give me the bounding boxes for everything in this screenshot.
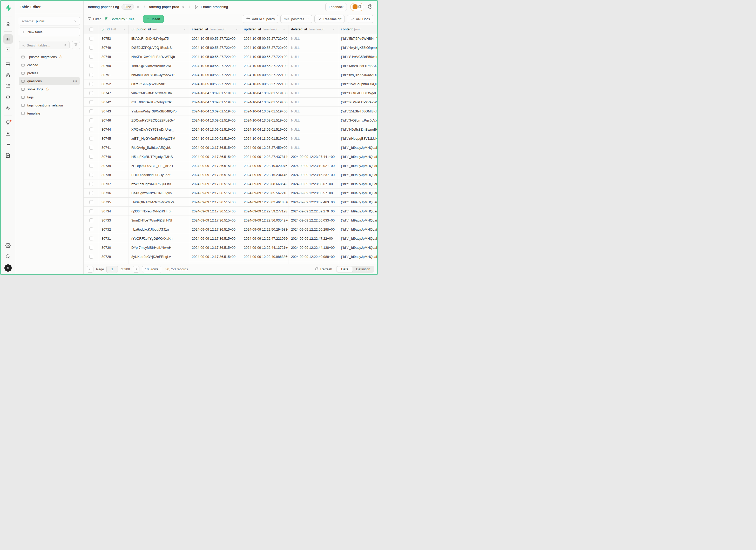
nav-auth[interactable] <box>3 71 13 80</box>
cell-deleted_at[interactable]: 2024-09-09 12:22:37.958+00 <box>288 261 338 264</box>
row-checkbox[interactable] <box>89 182 93 186</box>
cell-created_at[interactable]: 2024-10-04 13:09:01.519+00 <box>189 89 241 97</box>
cell-content[interactable]: {"id":"_Id9aLyJpMHQLaiQC <box>338 225 377 234</box>
cell-id[interactable]: 30742 <box>99 98 129 106</box>
row-checkbox[interactable] <box>89 46 93 50</box>
cell-id[interactable]: 30745 <box>99 134 129 143</box>
feedback-button[interactable]: Feedback <box>325 3 347 11</box>
cell-content[interactable]: {"id":"15LSIyT0JGMf3Kl4Vn <box>338 107 377 116</box>
cell-created_at[interactable]: 2024-09-09 12:17:36.515+00 <box>189 152 241 161</box>
cell-deleted_at[interactable]: 2024-09-09 12:23:08.67+00 <box>288 179 338 188</box>
column-menu-icon[interactable] <box>235 28 238 31</box>
notifications-button[interactable]: ! <box>350 3 364 11</box>
cell-public_id[interactable]: nxFT002ISeRE-Qobg3K3k <box>129 98 189 106</box>
cell-updated_at[interactable]: 2024-10-04 13:09:01.519+00 <box>241 107 288 116</box>
row-checkbox[interactable] <box>89 227 93 231</box>
nav-settings[interactable] <box>3 241 13 251</box>
cell-created_at[interactable]: 2024-09-09 12:17:36.515+00 <box>189 225 241 234</box>
cell-created_at[interactable]: 2024-09-09 12:17:36.515+00 <box>189 161 241 170</box>
insert-button[interactable]: Insert <box>143 15 164 23</box>
cell-deleted_at[interactable]: 2024-09-09 12:23:27.441+00 <box>288 152 338 161</box>
row-checkbox[interactable] <box>89 37 93 41</box>
cell-content[interactable]: {"id":"4wyNgK55lOfrpmYZo <box>338 43 377 52</box>
cell-created_at[interactable]: 2024-09-09 12:17:36.515+00 <box>189 207 241 216</box>
cell-created_at[interactable]: 2024-10-04 13:09:01.519+00 <box>189 98 241 106</box>
column-menu-icon[interactable] <box>123 28 126 31</box>
cell-updated_at[interactable]: 2024-09-09 12:23:05.567216+00 <box>241 189 288 197</box>
cell-deleted_at[interactable]: NULL <box>288 52 338 61</box>
cell-content[interactable]: {"id":"1VASb3phnXXkQPCpw <box>338 79 377 88</box>
cell-id[interactable]: 30729 <box>99 252 129 261</box>
nav-edge-functions[interactable] <box>3 93 13 102</box>
cell-content[interactable]: {"id":"fvrQ1bXoJ6XaAD08G <box>338 70 377 79</box>
cell-public_id[interactable]: DGEJfJZPQUV9Q-IBqsNSi <box>129 43 189 52</box>
sidebar-table-profiles[interactable]: profiles <box>19 69 80 77</box>
cell-public_id[interactable]: Be4KignzoK9YRGNI3Zgks <box>129 189 189 197</box>
cell-content[interactable]: {"id":"5b7j5Pz9WHBNmY_A <box>338 34 377 43</box>
schema-select[interactable]: schema: public <box>19 17 80 25</box>
cell-content[interactable]: {"id":"_Id9aLyJpMHQLaiQC <box>338 161 377 170</box>
org-name[interactable]: farming-paper's Org <box>88 5 119 9</box>
cell-updated_at[interactable]: 2024-09-09 12:22:44.13721+00 <box>241 243 288 252</box>
row-checkbox[interactable] <box>89 55 93 59</box>
cell-content[interactable]: {"id":"_Id9aLyJpMHQLaiQC <box>338 189 377 197</box>
row-checkbox[interactable] <box>89 200 93 204</box>
supabase-logo-icon[interactable] <box>3 3 13 13</box>
cell-created_at[interactable]: 2024-09-09 12:17:36.515+00 <box>189 261 241 264</box>
nav-table-editor[interactable] <box>3 34 13 44</box>
cell-created_at[interactable]: 2024-09-09 12:17:36.515+00 <box>189 143 241 152</box>
cell-public_id[interactable]: xrETI_HyGY0mPMGVqtOTM <box>129 134 189 143</box>
cell-created_at[interactable]: 2024-10-05 00:55:27.722+00 <box>189 61 241 70</box>
cell-id[interactable]: 30753 <box>99 34 129 43</box>
cell-updated_at[interactable]: 2024-10-05 00:55:27.722+00 <box>241 79 288 88</box>
cell-content[interactable]: {"id":"_Id9aLyJpMHQLaiQC <box>338 252 377 261</box>
cell-public_id[interactable]: YwEmuWdqT38XoSB048QYp <box>129 107 189 116</box>
cell-id[interactable]: 30731 <box>99 234 129 243</box>
tab-definition[interactable]: Definition <box>353 266 374 272</box>
cell-content[interactable]: {"id":"_Id9aLyJpMHQLaiQC <box>338 234 377 243</box>
cell-content[interactable]: {"id":"NJe5s8ZmBwnoB6e3 <box>338 125 377 134</box>
cell-updated_at[interactable]: 2024-09-09 12:22:40.986386+00 <box>241 252 288 261</box>
cell-content[interactable]: {"id":"3-O8cn_xPgs0cVxqKE <box>338 116 377 125</box>
row-checkbox[interactable] <box>89 164 93 168</box>
project-name[interactable]: farming-paper-prod <box>149 5 179 9</box>
cell-public_id[interactable]: _l40sQIRTmMZfcm-MWMPs <box>129 198 189 206</box>
cell-deleted_at[interactable]: NULL <box>288 134 338 143</box>
cell-deleted_at[interactable]: NULL <box>288 61 338 70</box>
cell-updated_at[interactable]: 2024-09-09 12:22:50.294983+00 <box>241 225 288 234</box>
row-checkbox[interactable] <box>89 209 93 213</box>
cell-public_id[interactable]: 8KraI-tSI-6-pSZcknaK5 <box>129 79 189 88</box>
filter-button[interactable]: Filter <box>87 17 101 21</box>
page-number-input[interactable] <box>106 266 118 273</box>
cell-created_at[interactable]: 2024-10-04 13:09:01.519+00 <box>189 134 241 143</box>
column-menu-icon[interactable] <box>332 28 335 31</box>
nav-reports[interactable] <box>3 129 13 139</box>
cell-id[interactable]: 30749 <box>99 43 129 52</box>
column-header-updated_at[interactable]: updated_attimestamptz <box>241 25 288 34</box>
cell-updated_at[interactable]: 2024-09-09 12:22:56.03542+00 <box>241 216 288 225</box>
row-checkbox[interactable] <box>89 173 93 177</box>
column-header-deleted_at[interactable]: deleted_attimestamptz <box>288 25 338 34</box>
column-header-content[interactable]: contentjsonb <box>338 25 377 34</box>
cell-created_at[interactable]: 2024-09-09 12:17:36.515+00 <box>189 170 241 179</box>
cell-public_id[interactable]: XPQwDIqY6Y75SwDnU-qr_ <box>129 125 189 134</box>
new-table-button[interactable]: New table <box>19 28 80 36</box>
cell-updated_at[interactable]: 2024-09-09 12:22:59.277128+00 <box>241 207 288 216</box>
cell-id[interactable]: 30736 <box>99 189 129 197</box>
cell-updated_at[interactable]: 2024-10-04 13:09:01.519+00 <box>241 125 288 134</box>
cell-public_id[interactable]: RiqOV6p_5wihLelAEQyhU <box>129 143 189 152</box>
cell-public_id[interactable]: NhXEo1Xw04FnB4RzWTNjb <box>129 52 189 61</box>
cell-deleted_at[interactable]: 2024-09-09 12:22:47.22+00 <box>288 234 338 243</box>
row-checkbox[interactable] <box>89 137 93 140</box>
cell-id[interactable]: 30741 <box>99 143 129 152</box>
sidebar-table-solve_logs[interactable]: solve_logs <box>19 85 80 93</box>
sort-button[interactable]: Sorted by 1 rule <box>105 17 134 21</box>
plan-badge[interactable]: Free <box>121 4 134 10</box>
cell-public_id[interactable]: lEfA0sRh9hIXf62Y6ga75 <box>129 34 189 43</box>
cell-updated_at[interactable]: 2024-09-09 12:22:37.955419+00 <box>241 261 288 264</box>
cell-id[interactable]: 30746 <box>99 116 129 125</box>
api-docs-button[interactable]: API Docs <box>347 15 373 23</box>
cell-deleted_at[interactable]: 2024-09-09 12:22:59.279+00 <box>288 207 338 216</box>
cell-id[interactable]: 30738 <box>99 170 129 179</box>
sidebar-table-tags[interactable]: tags <box>19 93 80 101</box>
